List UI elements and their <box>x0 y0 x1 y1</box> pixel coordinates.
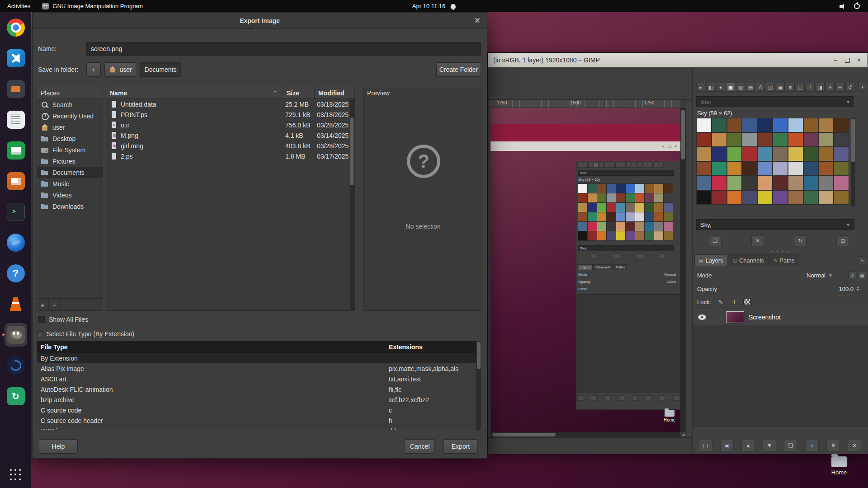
document-history-tab-icon[interactable]: ≡ <box>786 83 795 92</box>
device-status-tab-icon[interactable]: ◧ <box>706 83 715 92</box>
file-row[interactable]: PRINT.ps729.1 kB03/18/2025 <box>106 109 354 120</box>
canvas-resize-corner[interactable]: ◢ <box>680 432 686 437</box>
pattern-swatch[interactable] <box>819 191 833 204</box>
pattern-swatch[interactable] <box>773 118 788 132</box>
pattern-swatch[interactable] <box>758 133 772 146</box>
pattern-swatch[interactable] <box>834 191 849 204</box>
duplicate-layer-icon[interactable]: ❏ <box>784 440 797 451</box>
file-row[interactable]: girl.mng403.6 kB03/28/2025 <box>106 141 354 151</box>
mode-switch-icon[interactable]: ↺ <box>848 271 856 279</box>
breadcrumb-user-button[interactable]: user <box>104 62 136 77</box>
pattern-swatch[interactable] <box>727 176 742 190</box>
minimize-icon[interactable]: − <box>830 56 841 64</box>
create-folder-button[interactable]: Create Folder <box>436 62 481 77</box>
pattern-swatch[interactable] <box>742 133 757 146</box>
show-applications-icon[interactable] <box>10 469 22 481</box>
calc-dock-button[interactable] <box>2 135 30 166</box>
layers-menu-icon[interactable]: ◂ <box>858 256 866 264</box>
close-icon[interactable]: ✕ <box>472 16 482 26</box>
tab-paths[interactable]: ✎Paths <box>769 254 799 266</box>
pattern-swatch[interactable] <box>804 147 818 161</box>
merge-layer-icon[interactable]: ≡ <box>826 440 840 451</box>
pattern-swatch[interactable] <box>727 133 742 146</box>
files-dock-button[interactable] <box>2 74 30 104</box>
pattern-swatch[interactable] <box>834 176 849 190</box>
place-music[interactable]: Music <box>37 178 103 189</box>
delete-pattern-icon[interactable]: ✕ <box>751 235 764 246</box>
checkbox-icon[interactable] <box>38 316 45 323</box>
firefox-dock-button[interactable] <box>2 227 30 258</box>
dock-handle[interactable]: • • • • <box>693 249 868 253</box>
file-type-row[interactable]: C source codec <box>37 405 476 415</box>
breadcrumb-documents-button[interactable]: Documents <box>140 62 181 77</box>
impress-dock-button[interactable] <box>2 166 30 197</box>
pattern-swatch[interactable] <box>727 118 742 132</box>
templates-tab-icon[interactable]: ▢ <box>796 83 805 92</box>
place-user[interactable]: user <box>37 122 103 133</box>
pattern-swatch[interactable] <box>804 176 818 190</box>
delete-layer-icon[interactable]: ✕ <box>848 440 861 451</box>
pattern-swatch[interactable] <box>697 162 711 175</box>
tool-options-tab-icon[interactable]: ▸ <box>696 83 705 92</box>
lower-layer-icon[interactable]: ▼ <box>763 440 776 451</box>
pattern-swatch[interactable] <box>773 162 788 175</box>
column-modified[interactable]: Modified <box>314 87 354 99</box>
file-type-row[interactable]: ASCII arttxt,ansi,text <box>37 374 476 384</box>
chrome-dock-button[interactable] <box>2 12 30 43</box>
pattern-swatch[interactable] <box>727 162 742 175</box>
pattern-swatch[interactable] <box>712 118 726 132</box>
file-type-expander[interactable]: − Select File Type (By Extension) <box>37 330 134 338</box>
software-dock-button[interactable]: ↻ <box>2 381 30 412</box>
mode-options-icon[interactable]: ▦ <box>858 271 866 279</box>
pattern-swatch[interactable] <box>804 118 818 132</box>
fonts-tab-icon[interactable]: A <box>756 83 765 92</box>
pattern-swatch[interactable] <box>834 162 849 175</box>
pattern-swatch[interactable] <box>819 147 833 161</box>
pattern-swatch[interactable] <box>697 133 711 146</box>
pattern-grid-scrollbar[interactable] <box>851 118 855 206</box>
pattern-swatch[interactable] <box>742 147 757 161</box>
pattern-swatch[interactable] <box>804 133 818 146</box>
vscode-dock-button[interactable] <box>2 43 30 74</box>
pattern-swatch[interactable] <box>804 191 818 204</box>
place-search[interactable]: Search <box>37 99 103 110</box>
file-row[interactable]: Untitled.data25.2 MB03/18/2025 <box>106 99 354 109</box>
file-type-row[interactable]: By Extension <box>37 353 476 363</box>
images-tab-icon[interactable]: ▣ <box>776 83 785 92</box>
column-name[interactable]: Name ⌃ <box>106 87 283 99</box>
pattern-swatch[interactable] <box>773 147 788 161</box>
pattern-swatch[interactable] <box>758 176 772 190</box>
column-size[interactable]: Size <box>283 87 314 99</box>
place-file-system[interactable]: File System <box>37 144 103 155</box>
patterns-tab-icon[interactable]: ▦ <box>726 83 735 92</box>
navigation-tab-icon[interactable]: ✛ <box>835 83 844 92</box>
layer-thumbnail[interactable] <box>726 311 744 323</box>
file-type-scrollbar[interactable] <box>476 341 481 430</box>
file-list-scrollbar[interactable] <box>350 99 354 310</box>
duplicate-pattern-icon[interactable]: ❏ <box>709 235 722 246</box>
file-row[interactable]: o.c756.0 kB03/28/2025 <box>106 120 354 130</box>
pattern-swatch[interactable] <box>758 191 772 204</box>
file-row[interactable]: 2.ps1.8 MB03/17/2025 <box>106 151 354 161</box>
new-layer-icon[interactable]: ▢ <box>699 440 712 451</box>
pattern-swatch[interactable] <box>819 133 833 146</box>
pattern-swatch[interactable] <box>773 176 788 190</box>
close-icon[interactable]: × <box>853 56 865 64</box>
visibility-eye-icon[interactable] <box>698 314 706 320</box>
pattern-swatch[interactable] <box>834 147 849 161</box>
pattern-swatch[interactable] <box>697 118 711 132</box>
pattern-swatch[interactable] <box>788 176 803 190</box>
activities-button[interactable]: Activities <box>0 0 38 12</box>
pattern-swatch[interactable] <box>742 191 757 204</box>
lock-paint-icon[interactable]: ✎ <box>716 298 725 306</box>
pattern-swatch[interactable] <box>819 162 833 175</box>
pattern-swatch[interactable] <box>758 147 772 161</box>
layer-row[interactable]: Screenshot <box>693 309 868 325</box>
export-button[interactable]: Export <box>443 439 478 454</box>
docviewer-dock-button[interactable] <box>2 104 30 135</box>
pattern-swatch[interactable] <box>697 147 711 161</box>
open-pattern-as-image-icon[interactable]: ⊡ <box>836 235 849 246</box>
pattern-swatch[interactable] <box>727 191 742 204</box>
show-all-files-option[interactable]: Show All Files <box>38 316 88 323</box>
error-console-tab-icon[interactable]: ! <box>806 83 815 92</box>
